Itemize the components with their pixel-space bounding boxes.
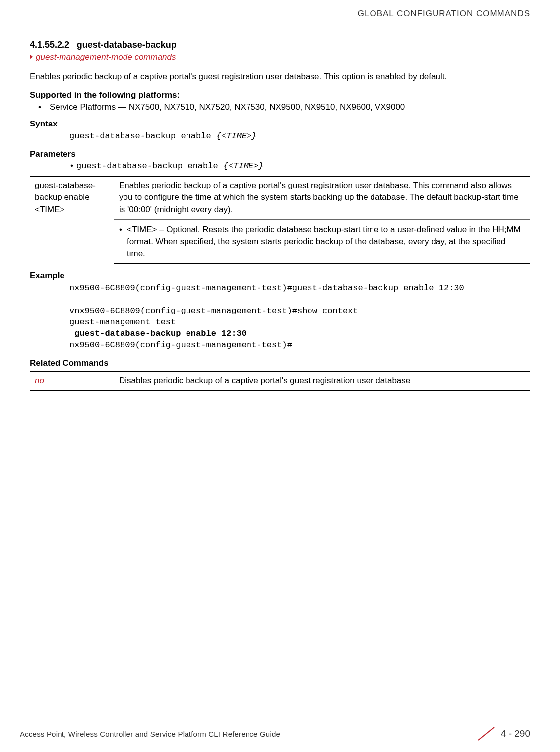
footer-doc-title: Access Point, Wireless Controller and Se… xyxy=(20,730,280,738)
syntax-heading: Syntax xyxy=(30,119,530,129)
sub-bullet-row: • <TIME> – Optional. Resets the periodic… xyxy=(119,224,525,260)
section-title: guest-database-backup xyxy=(77,40,177,50)
chapter-title: GLOBAL CONFIGURATION COMMANDS xyxy=(358,9,530,18)
param-desc-cell: Enables periodic backup of a captive por… xyxy=(114,176,530,219)
svg-line-0 xyxy=(478,727,494,740)
bullet-dot-icon: • xyxy=(69,161,76,171)
param-bullet-plain: guest-database-backup enable xyxy=(76,161,223,171)
supported-bullet-row: • Service Platforms — NX7500, NX7510, NX… xyxy=(30,102,530,112)
example-heading: Example xyxy=(30,271,530,281)
slash-icon xyxy=(475,725,497,742)
syntax-code-arg: {<TIME>} xyxy=(216,131,257,141)
supported-platforms: Service Platforms — NX7500, NX7510, NX75… xyxy=(50,102,530,112)
page-number: 4 - 290 xyxy=(501,728,530,739)
bullet-dot-icon: • xyxy=(119,224,127,260)
example-line-bold: guest-database-backup enable 12:30 xyxy=(69,329,247,338)
sublink[interactable]: guest-management-mode commands xyxy=(36,52,176,62)
bullet-dot-icon: • xyxy=(30,102,50,112)
example-code: nx9500-6C8809(config-guest-management-te… xyxy=(69,283,530,351)
param-bullet-arg: {<TIME>} xyxy=(223,161,264,171)
parameters-table: guest-database-backup enable <TIME> Enab… xyxy=(30,176,530,264)
parameters-bullet-row: •guest-database-backup enable {<TIME>} xyxy=(69,161,530,171)
section-number: 4.1.55.2.2 xyxy=(30,40,69,50)
page-number-box: 4 - 290 xyxy=(475,725,530,742)
param-time-desc: <TIME> – Optional. Resets the periodic d… xyxy=(127,224,525,260)
page-footer: Access Point, Wireless Controller and Se… xyxy=(20,725,530,742)
intro-paragraph: Enables periodic backup of a captive por… xyxy=(30,71,530,83)
chapter-header: GLOBAL CONFIGURATION COMMANDS xyxy=(30,9,530,21)
param-desc-cell: • <TIME> – Optional. Resets the periodic… xyxy=(114,219,530,263)
table-row: guest-database-backup enable <TIME> Enab… xyxy=(30,176,530,219)
example-line: nx9500-6C8809(config-guest-management-te… xyxy=(69,283,464,293)
example-line: guest-management test xyxy=(69,317,176,327)
syntax-code: guest-database-backup enable {<TIME>} xyxy=(69,131,530,142)
table-row: no Disables periodic backup of a captive… xyxy=(30,372,530,391)
related-cmd-link[interactable]: no xyxy=(30,372,114,391)
example-line: vnx9500-6C8809(config-guest-management-t… xyxy=(69,306,358,315)
page-content: 4.1.55.2.2 guest-database-backup guest-m… xyxy=(30,40,530,391)
footer-line: Access Point, Wireless Controller and Se… xyxy=(20,725,530,742)
section-heading: 4.1.55.2.2 guest-database-backup xyxy=(30,40,530,50)
supported-heading: Supported in the following platforms: xyxy=(30,90,530,100)
related-heading: Related Commands xyxy=(30,358,530,368)
param-name-cell: guest-database-backup enable <TIME> xyxy=(30,176,114,264)
arrow-right-icon xyxy=(30,54,33,59)
section-sublink-row: guest-management-mode commands xyxy=(30,52,530,62)
example-line: nx9500-6C8809(config-guest-management-te… xyxy=(69,340,292,350)
syntax-code-plain: guest-database-backup enable xyxy=(69,131,216,141)
related-commands-table: no Disables periodic backup of a captive… xyxy=(30,371,530,391)
related-cmd-desc: Disables periodic backup of a captive po… xyxy=(114,372,530,391)
parameters-heading: Parameters xyxy=(30,149,530,159)
